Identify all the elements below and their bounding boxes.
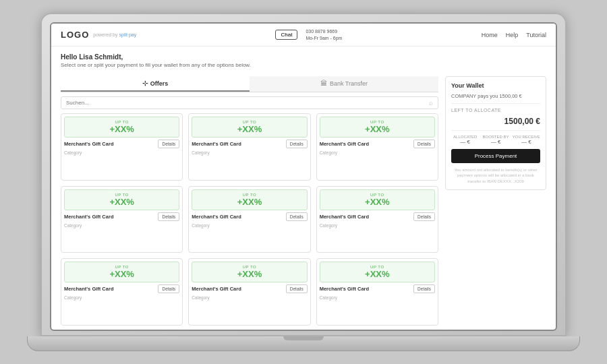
card-category: Category [320, 223, 435, 228]
card-info: Merchant's Gift Card Details [192, 212, 307, 221]
header-left: LOGO powered by split·pay [61, 30, 136, 40]
nav-tutorial[interactable]: Tutorial [526, 32, 546, 38]
card-item: UP TO +XX% Merchant's Gift Card Details … [188, 186, 310, 253]
card-category: Category [320, 295, 435, 300]
logo: LOGO [61, 30, 89, 40]
left-panel: ⊹ Offers 🏛 Bank Transfer ⌕ [61, 76, 438, 326]
hero-greeting: Hello Lisa Schmidt, [61, 53, 546, 61]
card-category: Category [192, 223, 307, 228]
card-details-button[interactable]: Details [413, 284, 435, 293]
card-badge: UP TO +XX% [320, 189, 435, 210]
card-badge: UP TO +XX% [64, 189, 179, 210]
card-badge: UP TO +XX% [192, 262, 307, 282]
header-nav: Home Help Tutorial [482, 32, 546, 38]
laptop-notch [283, 336, 324, 340]
card-details-button[interactable]: Details [158, 140, 179, 148]
badge-value: +XX% [323, 197, 432, 207]
card-details-button[interactable]: Details [413, 140, 435, 148]
powered-by-label: powered by [93, 32, 117, 37]
wallet-panel: Your Wallet COMPANY pays you 1500,00 € L… [445, 76, 546, 190]
card-title: Merchant's Gift Card [64, 214, 156, 220]
search-icon: ⌕ [429, 99, 433, 107]
card-item: UP TO +XX% Merchant's Gift Card Details … [61, 113, 183, 181]
phone-hours: Mo-Fr 9am - 6pm [306, 35, 342, 42]
card-badge: UP TO +XX% [320, 117, 435, 138]
main-content: ⊹ Offers 🏛 Bank Transfer ⌕ [51, 72, 556, 330]
card-item: UP TO +XX% Merchant's Gift Card Details … [61, 186, 183, 253]
hero-subtitle: Select one or split your payment to fill… [61, 62, 546, 68]
wallet-trio: ALLOCATED — € BOOSTED BY — € YOU RECEIVE… [451, 135, 540, 145]
bank-icon: 🏛 [320, 80, 327, 87]
badge-value: +XX% [323, 124, 432, 134]
card-title: Merchant's Gift Card [320, 141, 412, 147]
tabs-bar: ⊹ Offers 🏛 Bank Transfer [61, 76, 438, 92]
card-info: Merchant's Gift Card Details [64, 140, 179, 148]
boosted-item: BOOSTED BY — € [482, 135, 509, 145]
card-info: Merchant's Gift Card Details [64, 284, 179, 293]
search-bar: ⌕ [61, 96, 438, 109]
app-header: LOGO powered by split·pay Chat 030 8878 … [51, 24, 556, 47]
card-badge: UP TO +XX% [192, 189, 307, 210]
badge-value: +XX% [195, 197, 304, 207]
card-title: Merchant's Gift Card [320, 286, 412, 292]
search-input[interactable] [66, 100, 426, 106]
card-badge: UP TO +XX% [64, 262, 179, 282]
laptop-screen: LOGO powered by split·pay Chat 030 8878 … [50, 22, 557, 331]
card-item: UP TO +XX% Merchant's Gift Card Details … [188, 258, 310, 326]
tab-bank-transfer[interactable]: 🏛 Bank Transfer [250, 76, 438, 92]
wallet-divider [451, 103, 540, 104]
card-title: Merchant's Gift Card [192, 214, 284, 220]
chat-button[interactable]: Chat [275, 30, 297, 40]
nav-home[interactable]: Home [482, 32, 498, 38]
process-payment-button[interactable]: Process Payment [451, 149, 540, 163]
card-category: Category [320, 150, 435, 155]
card-title: Merchant's Gift Card [192, 141, 284, 147]
card-title: Merchant's Gift Card [320, 214, 412, 220]
card-title: Merchant's Gift Card [192, 286, 284, 292]
card-info: Merchant's Gift Card Details [64, 212, 179, 221]
powered-by-text: powered by split·pay [93, 32, 136, 37]
wallet-note: You amount not allocated to benefit(s) o… [451, 167, 540, 184]
laptop-wrapper: LOGO powered by split·pay Chat 030 8878 … [27, 13, 580, 351]
card-info: Merchant's Gift Card Details [320, 212, 435, 221]
badge-value: +XX% [67, 124, 176, 134]
left-to-allocate-value: 1500,00 € [451, 117, 540, 126]
badge-value: +XX% [195, 269, 304, 279]
laptop-shell: LOGO powered by split·pay Chat 030 8878 … [40, 13, 567, 336]
tab-offers[interactable]: ⊹ Offers [61, 76, 250, 92]
nav-help[interactable]: Help [506, 32, 519, 38]
card-title: Merchant's Gift Card [64, 141, 156, 147]
wallet-divider-2 [451, 130, 540, 131]
card-item: UP TO +XX% Merchant's Gift Card Details … [316, 113, 438, 181]
card-details-button[interactable]: Details [158, 284, 179, 293]
card-category: Category [64, 295, 179, 300]
card-item: UP TO +XX% Merchant's Gift Card Details … [61, 258, 183, 326]
boosted-value: — € [482, 139, 509, 145]
card-details-button[interactable]: Details [286, 140, 308, 148]
allocated-value: — € [451, 139, 479, 145]
card-category: Category [64, 150, 179, 155]
header-center: Chat 030 8878 9669 Mo-Fr 9am - 6pm [275, 28, 342, 42]
offers-icon: ⊹ [142, 80, 148, 87]
card-details-button[interactable]: Details [286, 284, 308, 293]
app-container: LOGO powered by split·pay Chat 030 8878 … [51, 24, 556, 330]
badge-value: +XX% [195, 124, 304, 134]
card-info: Merchant's Gift Card Details [320, 140, 435, 148]
tab-bank-transfer-label: Bank Transfer [330, 80, 368, 87]
tab-offers-label: Offers [150, 80, 169, 87]
allocated-item: ALLOCATED — € [451, 135, 479, 145]
card-category: Category [192, 295, 307, 300]
card-details-button[interactable]: Details [286, 212, 308, 221]
badge-value: +XX% [67, 269, 176, 279]
card-badge: UP TO +XX% [320, 262, 435, 282]
card-info: Merchant's Gift Card Details [192, 284, 307, 293]
card-details-button[interactable]: Details [413, 212, 435, 221]
card-category: Category [64, 223, 179, 228]
you-receive-item: YOU RECEIVE — € [513, 135, 540, 145]
laptop-base [27, 336, 580, 351]
card-info: Merchant's Gift Card Details [192, 140, 307, 148]
left-to-allocate-label: LEFT TO ALLOCATE [451, 108, 540, 113]
badge-value: +XX% [323, 269, 432, 279]
card-item: UP TO +XX% Merchant's Gift Card Details … [316, 258, 438, 326]
card-details-button[interactable]: Details [158, 212, 179, 221]
